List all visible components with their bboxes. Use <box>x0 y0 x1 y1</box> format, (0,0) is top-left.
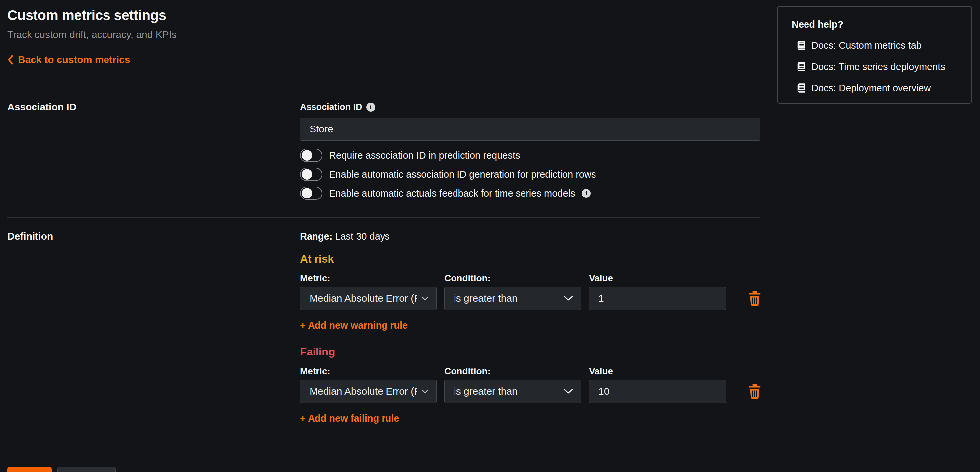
association-id-field-label: Association ID <box>300 101 362 113</box>
value-column-header: Value <box>589 366 726 377</box>
require-association-id-toggle[interactable] <box>300 149 323 162</box>
chevron-down-icon <box>564 296 573 301</box>
docs-book-icon <box>796 83 806 93</box>
warning-metric-select[interactable]: Median Absolute Error (Fr... <box>300 287 437 310</box>
association-id-input[interactable] <box>300 118 760 141</box>
auto-association-id-generation-toggle[interactable] <box>300 167 323 181</box>
condition-select-value: is greater than <box>454 386 517 397</box>
chevron-down-icon <box>422 297 428 300</box>
help-link-custom-metrics-tab[interactable]: Docs: Custom metrics tab <box>796 40 922 51</box>
failing-metric-select[interactable]: Median Absolute Error (Fr... <box>300 380 437 403</box>
rule-headers: Metric: Condition: Value <box>300 366 760 377</box>
delete-rule-trash-icon[interactable] <box>748 291 761 306</box>
toggle-label: Require association ID in prediction req… <box>329 149 520 161</box>
warning-value-input[interactable] <box>589 287 726 310</box>
metric-column-header: Metric: <box>300 366 437 377</box>
toggle-row: Enable automatic actuals feedback for ti… <box>300 187 760 200</box>
toggle-row: Enable automatic association ID generati… <box>300 167 760 181</box>
info-icon[interactable]: i <box>582 189 590 198</box>
help-panel-title: Need help? <box>792 19 965 30</box>
back-to-custom-metrics-link[interactable]: Back to custom metrics <box>7 54 130 66</box>
toggle-label: Enable automatic association ID generati… <box>329 168 596 180</box>
help-link-label: Docs: Custom metrics tab <box>811 40 922 51</box>
association-id-section-label: Association ID <box>7 101 300 113</box>
range-label: Range: <box>300 231 332 242</box>
chevron-left-icon <box>7 55 13 65</box>
footer-actions: Save Discard <box>7 467 760 472</box>
toggle-knob <box>302 188 312 198</box>
help-panel: Need help? Docs: Custom metrics tab Docs… <box>777 6 972 104</box>
save-button[interactable]: Save <box>7 467 52 472</box>
metric-select-value: Median Absolute Error (Fr... <box>310 293 417 304</box>
at-risk-group-title: At risk <box>300 252 760 266</box>
failing-condition-select[interactable]: is greater than <box>444 380 581 403</box>
failing-rule-row: Median Absolute Error (Fr... is greater … <box>300 380 760 403</box>
condition-column-header: Condition: <box>444 366 581 377</box>
definition-section-label: Definition <box>7 230 300 242</box>
range-value: Last 30 days <box>335 231 390 242</box>
help-link-time-series-deployments[interactable]: Docs: Time series deployments <box>796 61 945 72</box>
add-failing-rule-link[interactable]: + Add new failing rule <box>300 412 399 424</box>
help-link-label: Docs: Time series deployments <box>811 61 945 72</box>
docs-book-icon <box>796 62 806 72</box>
back-link-label: Back to custom metrics <box>18 54 130 66</box>
warning-rule-row: Median Absolute Error (Fr... is greater … <box>300 287 760 310</box>
chevron-down-icon <box>422 389 428 393</box>
toggle-row: Require association ID in prediction req… <box>300 149 760 162</box>
toggle-knob <box>302 150 312 161</box>
range-line: Range: Last 30 days <box>300 230 760 242</box>
rule-headers: Metric: Condition: Value <box>300 273 760 284</box>
discard-button[interactable]: Discard <box>57 467 116 472</box>
auto-actuals-feedback-toggle[interactable] <box>300 187 323 200</box>
help-link-label: Docs: Deployment overview <box>811 82 931 94</box>
condition-select-value: is greater than <box>454 293 517 304</box>
definition-section: Definition Range: Last 30 days At risk M… <box>7 217 760 445</box>
page-subtitle: Track custom drift, accuracy, and KPIs <box>7 29 760 40</box>
info-icon[interactable]: i <box>366 102 375 112</box>
metric-select-value: Median Absolute Error (Fr... <box>310 386 417 397</box>
page-title: Custom metrics settings <box>7 7 760 23</box>
association-id-section: Association ID Association ID i Require … <box>7 90 760 217</box>
help-link-deployment-overview[interactable]: Docs: Deployment overview <box>796 82 931 94</box>
warning-condition-select[interactable]: is greater than <box>444 287 581 310</box>
toggle-knob <box>302 169 312 180</box>
docs-book-icon <box>796 40 806 51</box>
delete-rule-trash-icon[interactable] <box>748 384 761 399</box>
failing-group-title: Failing <box>300 345 760 359</box>
add-warning-rule-link[interactable]: + Add new warning rule <box>300 319 408 331</box>
chevron-down-icon <box>564 389 573 394</box>
value-column-header: Value <box>589 273 726 284</box>
failing-value-input[interactable] <box>589 380 726 403</box>
metric-column-header: Metric: <box>300 273 437 284</box>
condition-column-header: Condition: <box>444 273 581 284</box>
page-header: Custom metrics settings Track custom dri… <box>7 0 760 90</box>
toggle-label: Enable automatic actuals feedback for ti… <box>329 187 575 199</box>
